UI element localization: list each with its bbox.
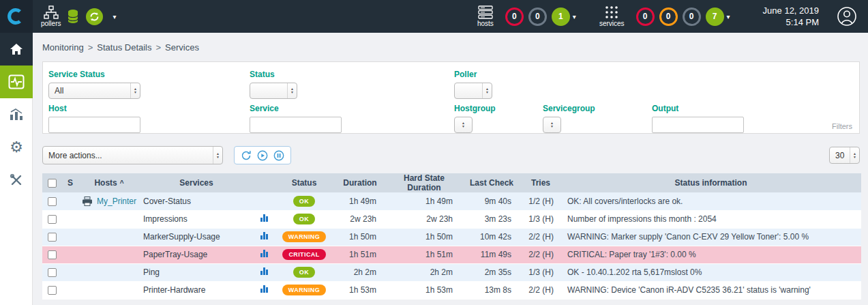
header-duration[interactable]: Duration [334,173,386,192]
poller-select[interactable]: ▲▼ [454,83,492,99]
sidebar-item-home[interactable] [0,33,33,66]
sidebar-item-configuration[interactable]: ⚙ [0,131,33,164]
row-checkbox[interactable] [48,286,57,295]
tries-cell: 1/3 (H) [521,263,560,281]
header-status[interactable]: Status [274,173,334,192]
database-icon[interactable] [67,9,79,24]
service-link[interactable]: Ping [143,267,160,277]
status-counter-green[interactable]: 7 [706,8,724,26]
service-link[interactable]: Printer-Hardware [143,285,205,295]
severity-cell [61,210,79,228]
last-check-cell: 3m 23s [462,210,521,228]
status-counter-green[interactable]: 1 [552,8,570,26]
services-icon [605,5,618,19]
header-last-check[interactable]: Last Check [462,173,521,192]
service-graph-icon[interactable] [260,250,268,257]
datetime-display: June 12, 2019 5:14 PM [763,5,819,28]
last-check-cell: 10m 42s [462,228,521,246]
top-bar: pollers ▾ hosts 001 ▾ [0,0,868,33]
header-hard-state-duration[interactable]: Hard State Duration [386,173,462,192]
hosts-menu[interactable]: hosts [477,5,494,27]
breadcrumb-services[interactable]: Services [165,42,199,53]
sidebar-item-monitoring[interactable] [0,66,33,98]
breadcrumb-status-details[interactable]: Status Details [97,42,151,53]
output-input[interactable] [652,117,744,133]
row-checkbox[interactable] [48,268,57,277]
servicegroup-select[interactable]: ▲▼ [543,117,561,133]
select-all-cell [42,173,61,192]
table-row: PaperTray-Usage CRITICAL 1h 51m 1h 51m 1… [42,246,861,263]
user-profile-button[interactable] [837,6,857,27]
service-graph-icon[interactable] [260,214,268,222]
severity-cell [61,281,79,299]
status-counter-gray[interactable]: 0 [683,8,701,26]
service-graph-icon[interactable] [260,232,268,239]
header-hosts[interactable]: Hosts^ [79,173,139,192]
service-link[interactable]: PaperTray-Usage [143,250,207,259]
breadcrumb-monitoring[interactable]: Monitoring [42,42,84,53]
centreon-logo[interactable] [0,0,33,33]
hard-state-duration-cell: 2h 2m [386,263,462,281]
printer-icon [82,197,93,206]
row-checkbox[interactable] [48,233,57,242]
more-actions-select[interactable]: More actions... ▲▼ [42,146,223,164]
duration-cell: 1h 50m [334,228,386,246]
service-link[interactable]: Cover-Status [143,197,191,206]
duration-cell: 2w 23h [334,210,386,228]
sidebar-item-administration[interactable] [0,164,33,197]
header-tries[interactable]: Tries [521,173,560,192]
row-checkbox[interactable] [48,215,57,224]
severity-cell [61,246,79,263]
header-severity[interactable]: S [61,173,79,192]
status-badge: OK [293,214,315,224]
table-header-row: S Hosts^ Services Status Duration Hard S… [42,173,861,192]
duration-cell: 1h 49m [334,192,386,210]
resume-button[interactable] [257,150,268,161]
pause-circle-icon [273,150,284,161]
pollers-chevron-down-icon[interactable]: ▾ [113,13,116,20]
heartbeat-icon [8,74,25,89]
service-input[interactable] [250,117,342,133]
services-menu[interactable]: services [599,5,625,27]
services-status-group: services 0007 ▾ [599,5,730,27]
status-select[interactable]: ▲▼ [250,83,297,99]
header-services[interactable]: Services [139,173,254,192]
service-graph-icon[interactable] [260,267,268,275]
service-graph-icon[interactable] [260,285,268,293]
row-checkbox[interactable] [48,197,57,206]
hard-state-duration-cell: 1h 50m [386,228,462,246]
service-status-select[interactable]: All ▲▼ [48,83,140,99]
main-content: Monitoring>Status Details>Services Servi… [33,33,868,305]
hosts-chevron-down-icon[interactable]: ▾ [573,13,576,20]
current-date: June 12, 2019 [763,5,819,16]
header-status-information[interactable]: Status information [560,173,861,192]
page-size-select[interactable]: 30 ▲▼ [829,147,860,164]
sidebar-item-reporting[interactable] [0,98,33,131]
select-all-checkbox[interactable] [48,179,57,188]
status-counter-red[interactable]: 0 [636,8,655,26]
service-link[interactable]: Impressions [143,214,188,224]
actions-toolbar: More actions... ▲▼ [42,146,860,164]
table-row: Impressions OK 2w 23h 2w 23h 3m 23s 1/3 … [42,210,861,228]
status-information-cell: WARNING: Marker supply 'Canon C-EXV 29 Y… [560,228,861,246]
status-information-cell: CRITICAL: Paper tray '1#3': 0.00 % [560,246,861,263]
row-checkbox[interactable] [48,250,57,259]
status-label: Status [250,70,454,79]
pause-button[interactable] [273,150,284,161]
select-stepper-icon: ▲▼ [455,117,472,132]
status-counter-red[interactable]: 0 [505,8,524,26]
duration-cell: 1h 53m [334,281,386,299]
services-chevron-down-icon[interactable]: ▾ [727,13,730,20]
home-icon [9,42,24,56]
service-link[interactable]: MarkerSupply-Usage [143,232,220,242]
status-counter-gray[interactable]: 0 [528,8,547,26]
host-input[interactable] [48,117,140,133]
poller-sync-icon[interactable] [85,8,104,26]
host-link[interactable]: My_Printer [97,197,136,206]
severity-cell [61,263,79,281]
pollers-menu[interactable]: pollers [41,5,61,27]
status-counter-orange[interactable]: 0 [659,8,678,26]
hostgroup-select[interactable]: ▲▼ [454,117,473,133]
sort-asc-icon: ^ [120,179,124,187]
refresh-button[interactable] [241,150,252,161]
